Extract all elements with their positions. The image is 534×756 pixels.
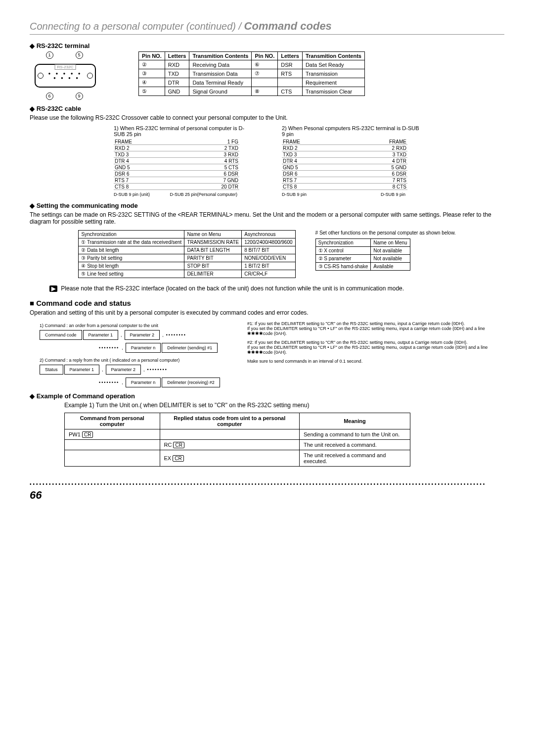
wiring-diagram-2: FRAMEFRAMERXD 22 RXDTXD 33 TXDDTR 44 DTR… xyxy=(282,139,420,190)
box-param2: Parameter 2 xyxy=(125,330,160,340)
page-title: Connecting to a personal computer (conti… xyxy=(30,20,504,35)
port-pin-1: 1 xyxy=(46,51,53,59)
setting-table: SynchronizationName on MenuAsynchronous … xyxy=(78,230,295,278)
footer-dots: ••••••••••••••••••••••••••••••••••••••••… xyxy=(30,481,504,487)
note-box: ▶ Please note that the RS-232C interface… xyxy=(49,285,485,292)
other-funcs-table: SynchronizationName on Menu ① X controlN… xyxy=(315,238,410,271)
box-paramn: Parameter n xyxy=(126,343,161,353)
cmd-intro: Operation and setting of this unit by a … xyxy=(30,309,504,316)
section-example-operation: Example of Command operation xyxy=(30,392,504,400)
box-delimiter-send: Delimeter (sending) #1 xyxy=(162,343,218,353)
box-paramn-2: Parameter n xyxy=(126,378,161,387)
box-param1: Parameter 1 xyxy=(83,330,119,340)
wiring-diagram-1: FRAME1 FGRXD 22 TXDTXD 33 RXDDTR 44 RTSG… xyxy=(114,139,252,190)
page-number: 66 xyxy=(30,489,504,502)
wiring2-title: 2) When Pesonal cpmputers RS-232C termin… xyxy=(282,125,420,137)
cmd-diag1-label: 1) Command : an order from a personal co… xyxy=(40,323,237,328)
pin-table: Pin NO. Letters Transmition Contents Pin… xyxy=(138,51,365,96)
port-pin-6: 6 xyxy=(46,93,53,100)
hash1: #1: If you set the DELIMITER setting to … xyxy=(247,321,504,336)
note-icon: ▶ xyxy=(49,285,57,292)
section-command-code-status: Command code and status xyxy=(30,299,504,307)
box-param1-2: Parameter 1 xyxy=(64,365,100,375)
hash2: #2: If you set the DELIMITER setting to … xyxy=(247,340,504,355)
title-prefix: Connecting to a personal computer (conti… xyxy=(30,21,244,32)
box-param2-2: Parameter 2 xyxy=(106,365,141,375)
wiring1-title: 1) When RS-232C terminal of personal com… xyxy=(114,125,252,137)
port-pin-5: 5 xyxy=(76,51,83,59)
box-delimiter-recv: Delimeter (receiving) #2 xyxy=(162,378,220,387)
section-setting-mode: Setting the communicating mode xyxy=(30,202,504,209)
cmd-diag2-label: 2) Command : a reply from the unit ( ind… xyxy=(40,358,237,363)
example-table: Command from personal computer Replied s… xyxy=(64,413,410,467)
title-bold: Command codes xyxy=(244,20,332,32)
section-rs232c-cable: RS-232C cable xyxy=(30,105,504,112)
setting-intro: The settings can be made on RS-232C SETT… xyxy=(30,211,504,225)
example1-text: Example 1) Turn the Unit on.( when DELIM… xyxy=(64,402,504,409)
box-status: Status xyxy=(40,365,63,375)
section-rs232c-terminal: RS-232C terminal xyxy=(30,42,504,49)
make-sure: Make sure to send commands in an interva… xyxy=(247,359,504,364)
box-command-code: Command code xyxy=(40,330,82,340)
cable-intro: Please use the following RS-232C Crossov… xyxy=(30,114,504,121)
port-pin-9: 9 xyxy=(76,93,83,100)
other-note: # Set other functions on the personal co… xyxy=(315,230,456,236)
dsub-port-icon: RS-232C ● ● ● ● ● ● ● ● ● xyxy=(35,64,96,88)
